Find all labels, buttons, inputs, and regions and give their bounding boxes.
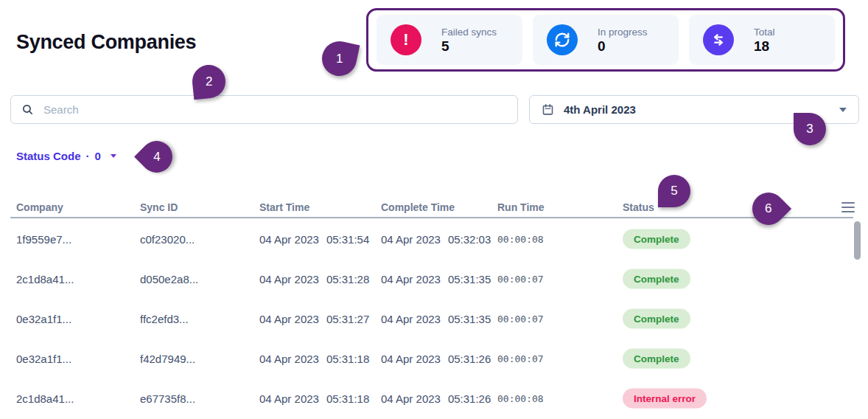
stat-texts: Failed syncs 5 [441,26,497,55]
cell-start-time: 04 Apr 202305:31:27 [259,313,369,325]
stat-texts: Total 18 [754,26,775,55]
callout-marker-4: 4 [134,134,179,179]
cell-company: 0e32a1f1... [16,353,71,365]
cell-start-time: 04 Apr 202305:31:54 [259,233,369,246]
separator-dot: · [86,150,90,162]
cell-sync-id: e67735f8... [140,392,195,405]
column-header-start-time[interactable]: Start Time [259,201,309,213]
cell-status: Complete [623,309,690,329]
calendar-icon [542,103,554,116]
table-header-divider [10,217,853,218]
cell-status: Complete [623,349,690,369]
transfer-arrows-icon [703,24,734,55]
column-header-run-time[interactable]: Run Time [497,201,545,213]
cell-run-time: 00:00:08 [497,393,544,404]
cell-start-time: 04 Apr 202305:31:18 [259,392,369,405]
search-box[interactable] [10,95,518,124]
cell-complete-time: 04 Apr 202305:31:35 [381,273,491,285]
callout-marker-1: 1 [319,38,360,80]
cell-start-time: 04 Apr 202305:31:18 [259,353,369,365]
cell-complete-time: 04 Apr 202305:31:35 [381,313,491,325]
sync-icon [547,24,578,55]
cell-complete-time: 04 Apr 202305:32:03 [381,233,491,246]
callout-marker-3: 3 [794,113,826,145]
column-header-company[interactable]: Company [16,201,63,213]
table-row[interactable]: 2c1d8a41... d050e2a8... 04 Apr 202305:31… [10,259,853,299]
stat-texts: In progress 0 [598,26,648,55]
cell-complete-time: 04 Apr 202305:31:26 [381,392,491,405]
cell-company: 2c1d8a41... [16,273,74,285]
cell-sync-id: d050e2a8... [140,273,198,285]
stat-card-in-progress: In progress 0 [533,15,679,65]
stat-card-failed-syncs: ! Failed syncs 5 [377,15,522,65]
column-header-complete-time[interactable]: Complete Time [381,201,455,213]
cell-sync-id: ffc2efd3... [140,313,189,325]
status-code-filter-count: 0 [95,150,101,162]
stat-card-total: Total 18 [689,15,835,65]
cell-complete-time: 04 Apr 202305:31:26 [381,353,491,365]
table-row[interactable]: 0e32a1f1... ffc2efd3... 04 Apr 202305:31… [10,299,853,339]
callout-marker-2: 2 [191,63,227,100]
cell-company: 1f9559e7... [16,233,71,246]
cell-status: Complete [623,269,690,289]
status-badge: Complete [623,309,690,329]
stat-label: Failed syncs [441,26,497,38]
page-title: Synced Companies [16,31,196,54]
status-code-filter[interactable]: Status Code · 0 [16,150,116,162]
stat-label: In progress [598,26,648,38]
cell-company: 0e32a1f1... [16,313,71,325]
cell-run-time: 00:00:07 [497,314,544,325]
cell-status: Complete [623,229,690,249]
stat-label: Total [754,26,775,38]
chevron-down-icon[interactable] [111,154,116,158]
table-row[interactable]: 1f9559e7... c0f23020... 04 Apr 202305:31… [10,219,853,260]
stat-value: 0 [598,38,648,55]
chevron-down-icon[interactable] [839,108,847,112]
stat-value: 18 [754,38,775,55]
stat-value: 5 [441,38,497,55]
column-header-sync-id[interactable]: Sync ID [140,201,178,213]
menu-icon[interactable] [841,202,855,215]
cell-company: 2c1d8a41... [16,392,74,405]
status-badge: Complete [623,269,690,289]
status-badge: Complete [623,349,690,369]
cell-start-time: 04 Apr 202305:31:28 [259,273,369,285]
vertical-scrollbar-thumb[interactable] [854,221,861,260]
status-badge: Complete [623,229,690,249]
callout-marker-5: 5 [658,175,690,207]
search-input[interactable] [42,103,507,117]
table-row[interactable]: 2c1d8a41... e67735f8... 04 Apr 202305:31… [10,378,853,418]
stats-highlight-box: ! Failed syncs 5 In progress 0 [366,8,845,72]
cell-run-time: 00:00:08 [497,234,544,245]
status-badge: Internal error [623,389,707,409]
column-header-status[interactable]: Status [623,201,654,213]
cell-run-time: 00:00:07 [497,353,544,364]
cell-sync-id: c0f23020... [140,233,195,246]
table-row[interactable]: 0e32a1f1... f42d7949... 04 Apr 202305:31… [10,339,853,379]
cell-run-time: 00:00:07 [497,274,544,285]
search-icon [21,103,34,116]
cell-status: Internal error [623,389,707,409]
alert-icon: ! [391,24,421,55]
cell-sync-id: f42d7949... [140,353,195,365]
status-code-filter-label: Status Code [16,150,81,162]
date-picker-value: 4th April 2023 [564,103,830,116]
